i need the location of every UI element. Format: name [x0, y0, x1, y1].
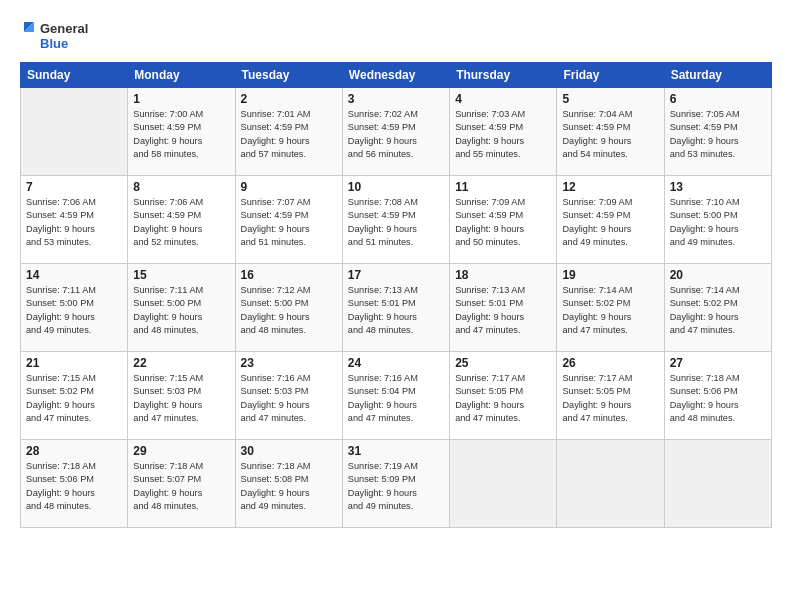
day-info: Sunrise: 7:17 AMSunset: 5:05 PMDaylight:… — [455, 372, 551, 425]
day-number: 3 — [348, 92, 444, 106]
header-row: SundayMondayTuesdayWednesdayThursdayFrid… — [21, 63, 772, 88]
day-info: Sunrise: 7:18 AMSunset: 5:06 PMDaylight:… — [670, 372, 766, 425]
day-cell: 11Sunrise: 7:09 AMSunset: 4:59 PMDayligh… — [450, 176, 557, 264]
day-cell: 8Sunrise: 7:06 AMSunset: 4:59 PMDaylight… — [128, 176, 235, 264]
header-cell-monday: Monday — [128, 63, 235, 88]
day-cell: 1Sunrise: 7:00 AMSunset: 4:59 PMDaylight… — [128, 88, 235, 176]
day-number: 4 — [455, 92, 551, 106]
day-info: Sunrise: 7:05 AMSunset: 4:59 PMDaylight:… — [670, 108, 766, 161]
day-number: 31 — [348, 444, 444, 458]
day-info: Sunrise: 7:07 AMSunset: 4:59 PMDaylight:… — [241, 196, 337, 249]
day-number: 27 — [670, 356, 766, 370]
day-number: 11 — [455, 180, 551, 194]
calendar-body: 1Sunrise: 7:00 AMSunset: 4:59 PMDaylight… — [21, 88, 772, 528]
day-cell: 25Sunrise: 7:17 AMSunset: 5:05 PMDayligh… — [450, 352, 557, 440]
day-number: 15 — [133, 268, 229, 282]
day-cell — [21, 88, 128, 176]
day-info: Sunrise: 7:09 AMSunset: 4:59 PMDaylight:… — [562, 196, 658, 249]
day-number: 17 — [348, 268, 444, 282]
day-cell: 2Sunrise: 7:01 AMSunset: 4:59 PMDaylight… — [235, 88, 342, 176]
week-row-1: 1Sunrise: 7:00 AMSunset: 4:59 PMDaylight… — [21, 88, 772, 176]
day-cell: 10Sunrise: 7:08 AMSunset: 4:59 PMDayligh… — [342, 176, 449, 264]
day-number: 2 — [241, 92, 337, 106]
day-cell: 31Sunrise: 7:19 AMSunset: 5:09 PMDayligh… — [342, 440, 449, 528]
day-number: 14 — [26, 268, 122, 282]
day-number: 9 — [241, 180, 337, 194]
day-number: 7 — [26, 180, 122, 194]
day-cell: 18Sunrise: 7:13 AMSunset: 5:01 PMDayligh… — [450, 264, 557, 352]
page: General Blue SundayMondayTuesdayWednesda… — [0, 0, 792, 612]
day-info: Sunrise: 7:06 AMSunset: 4:59 PMDaylight:… — [133, 196, 229, 249]
day-number: 13 — [670, 180, 766, 194]
day-number: 1 — [133, 92, 229, 106]
day-info: Sunrise: 7:04 AMSunset: 4:59 PMDaylight:… — [562, 108, 658, 161]
day-cell: 16Sunrise: 7:12 AMSunset: 5:00 PMDayligh… — [235, 264, 342, 352]
logo-svg: General Blue — [20, 18, 100, 54]
header-cell-thursday: Thursday — [450, 63, 557, 88]
day-info: Sunrise: 7:14 AMSunset: 5:02 PMDaylight:… — [562, 284, 658, 337]
header-cell-wednesday: Wednesday — [342, 63, 449, 88]
day-cell: 6Sunrise: 7:05 AMSunset: 4:59 PMDaylight… — [664, 88, 771, 176]
day-info: Sunrise: 7:15 AMSunset: 5:03 PMDaylight:… — [133, 372, 229, 425]
day-cell: 29Sunrise: 7:18 AMSunset: 5:07 PMDayligh… — [128, 440, 235, 528]
header-cell-sunday: Sunday — [21, 63, 128, 88]
day-cell — [450, 440, 557, 528]
day-number: 26 — [562, 356, 658, 370]
day-number: 22 — [133, 356, 229, 370]
day-number: 19 — [562, 268, 658, 282]
week-row-4: 21Sunrise: 7:15 AMSunset: 5:02 PMDayligh… — [21, 352, 772, 440]
day-info: Sunrise: 7:14 AMSunset: 5:02 PMDaylight:… — [670, 284, 766, 337]
week-row-2: 7Sunrise: 7:06 AMSunset: 4:59 PMDaylight… — [21, 176, 772, 264]
day-cell: 20Sunrise: 7:14 AMSunset: 5:02 PMDayligh… — [664, 264, 771, 352]
day-cell: 22Sunrise: 7:15 AMSunset: 5:03 PMDayligh… — [128, 352, 235, 440]
calendar-header: SundayMondayTuesdayWednesdayThursdayFrid… — [21, 63, 772, 88]
day-cell: 3Sunrise: 7:02 AMSunset: 4:59 PMDaylight… — [342, 88, 449, 176]
day-cell — [664, 440, 771, 528]
day-info: Sunrise: 7:10 AMSunset: 5:00 PMDaylight:… — [670, 196, 766, 249]
day-info: Sunrise: 7:18 AMSunset: 5:06 PMDaylight:… — [26, 460, 122, 513]
day-number: 18 — [455, 268, 551, 282]
day-cell: 26Sunrise: 7:17 AMSunset: 5:05 PMDayligh… — [557, 352, 664, 440]
day-number: 5 — [562, 92, 658, 106]
day-info: Sunrise: 7:08 AMSunset: 4:59 PMDaylight:… — [348, 196, 444, 249]
header-cell-tuesday: Tuesday — [235, 63, 342, 88]
day-info: Sunrise: 7:11 AMSunset: 5:00 PMDaylight:… — [133, 284, 229, 337]
day-number: 12 — [562, 180, 658, 194]
day-cell: 7Sunrise: 7:06 AMSunset: 4:59 PMDaylight… — [21, 176, 128, 264]
day-info: Sunrise: 7:00 AMSunset: 4:59 PMDaylight:… — [133, 108, 229, 161]
day-number: 8 — [133, 180, 229, 194]
day-info: Sunrise: 7:13 AMSunset: 5:01 PMDaylight:… — [455, 284, 551, 337]
day-cell: 27Sunrise: 7:18 AMSunset: 5:06 PMDayligh… — [664, 352, 771, 440]
day-info: Sunrise: 7:01 AMSunset: 4:59 PMDaylight:… — [241, 108, 337, 161]
day-info: Sunrise: 7:18 AMSunset: 5:07 PMDaylight:… — [133, 460, 229, 513]
header: General Blue — [20, 18, 772, 54]
day-number: 20 — [670, 268, 766, 282]
day-number: 28 — [26, 444, 122, 458]
day-info: Sunrise: 7:16 AMSunset: 5:04 PMDaylight:… — [348, 372, 444, 425]
day-info: Sunrise: 7:11 AMSunset: 5:00 PMDaylight:… — [26, 284, 122, 337]
day-info: Sunrise: 7:13 AMSunset: 5:01 PMDaylight:… — [348, 284, 444, 337]
day-cell: 28Sunrise: 7:18 AMSunset: 5:06 PMDayligh… — [21, 440, 128, 528]
logo: General Blue — [20, 18, 100, 54]
day-cell: 5Sunrise: 7:04 AMSunset: 4:59 PMDaylight… — [557, 88, 664, 176]
day-cell: 17Sunrise: 7:13 AMSunset: 5:01 PMDayligh… — [342, 264, 449, 352]
day-cell: 14Sunrise: 7:11 AMSunset: 5:00 PMDayligh… — [21, 264, 128, 352]
day-cell: 13Sunrise: 7:10 AMSunset: 5:00 PMDayligh… — [664, 176, 771, 264]
day-info: Sunrise: 7:03 AMSunset: 4:59 PMDaylight:… — [455, 108, 551, 161]
day-info: Sunrise: 7:17 AMSunset: 5:05 PMDaylight:… — [562, 372, 658, 425]
svg-text:General: General — [40, 21, 88, 36]
day-number: 25 — [455, 356, 551, 370]
day-cell: 24Sunrise: 7:16 AMSunset: 5:04 PMDayligh… — [342, 352, 449, 440]
day-cell: 4Sunrise: 7:03 AMSunset: 4:59 PMDaylight… — [450, 88, 557, 176]
day-cell: 21Sunrise: 7:15 AMSunset: 5:02 PMDayligh… — [21, 352, 128, 440]
day-number: 16 — [241, 268, 337, 282]
day-cell — [557, 440, 664, 528]
week-row-3: 14Sunrise: 7:11 AMSunset: 5:00 PMDayligh… — [21, 264, 772, 352]
day-cell: 23Sunrise: 7:16 AMSunset: 5:03 PMDayligh… — [235, 352, 342, 440]
day-number: 24 — [348, 356, 444, 370]
day-number: 6 — [670, 92, 766, 106]
day-info: Sunrise: 7:02 AMSunset: 4:59 PMDaylight:… — [348, 108, 444, 161]
day-cell: 19Sunrise: 7:14 AMSunset: 5:02 PMDayligh… — [557, 264, 664, 352]
day-number: 29 — [133, 444, 229, 458]
day-cell: 12Sunrise: 7:09 AMSunset: 4:59 PMDayligh… — [557, 176, 664, 264]
